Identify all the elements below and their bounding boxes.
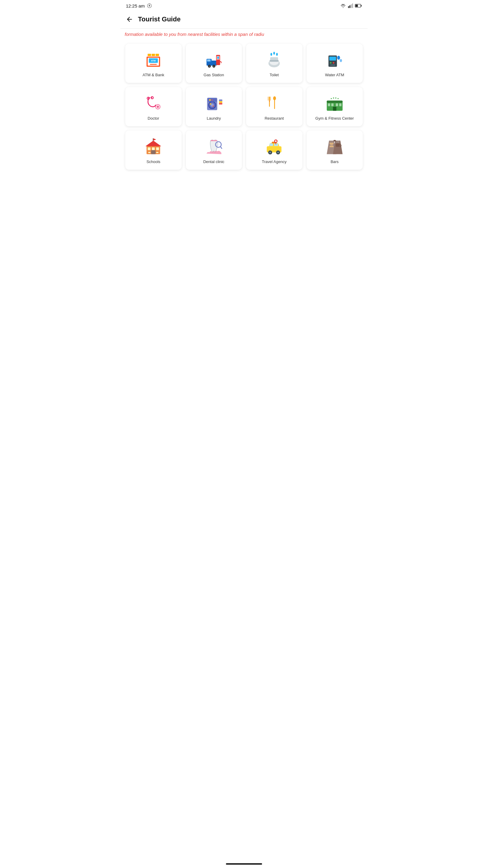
svg-rect-110: [336, 143, 340, 147]
svg-point-76: [331, 98, 332, 99]
svg-point-38: [330, 62, 332, 64]
travel-agency-label: Travel Agency: [262, 159, 287, 164]
card-gas-station[interactable]: Gas Station: [186, 44, 242, 83]
svg-rect-72: [336, 103, 338, 106]
card-water-atm[interactable]: Water ATM: [307, 44, 363, 83]
svg-marker-83: [153, 138, 156, 141]
svg-rect-20: [207, 59, 210, 61]
toilet-label: Toilet: [270, 73, 279, 78]
bottom-bar: [121, 860, 367, 868]
toilet-icon: [264, 50, 284, 70]
svg-rect-106: [333, 140, 336, 141]
card-atm-bank[interactable]: ATM ATM & Bank: [125, 44, 182, 83]
svg-rect-40: [330, 64, 335, 66]
svg-point-56: [209, 99, 211, 101]
dental-clinic-icon: [204, 137, 224, 156]
svg-point-66: [273, 96, 276, 100]
bars-icon: [325, 137, 344, 156]
atm-bank-icon: ATM: [144, 50, 163, 70]
dental-clinic-label: Dental clinic: [203, 159, 224, 164]
card-bars[interactable]: Bars: [307, 130, 363, 170]
facility-grid: ATM ATM & Bank: [121, 39, 367, 176]
svg-rect-63: [270, 96, 270, 100]
doctor-icon: [144, 94, 163, 113]
svg-rect-16: [152, 54, 155, 56]
bars-label: Bars: [330, 159, 338, 164]
svg-rect-5: [351, 4, 352, 8]
svg-point-42: [340, 59, 342, 62]
travel-agency-icon: [264, 137, 284, 156]
svg-rect-58: [219, 103, 222, 104]
gas-station-icon: [204, 50, 224, 70]
svg-rect-15: [148, 54, 151, 56]
svg-rect-89: [156, 152, 159, 153]
svg-rect-14: [150, 64, 157, 65]
svg-rect-37: [329, 56, 336, 60]
svg-rect-73: [339, 103, 341, 106]
svg-text:GYM: GYM: [332, 98, 337, 100]
svg-rect-85: [152, 147, 155, 150]
card-travel-agency[interactable]: Travel Agency: [246, 130, 302, 170]
svg-rect-32: [270, 60, 279, 62]
gym-label: Gym & Fitness Center: [315, 116, 354, 121]
svg-rect-59: [219, 101, 222, 103]
info-banner: formation available to you from nearest …: [121, 29, 367, 39]
info-text: formation available to you from nearest …: [125, 32, 264, 37]
wifi-icon: [340, 3, 346, 8]
water-atm-label: Water ATM: [325, 73, 344, 78]
svg-rect-24: [217, 59, 219, 60]
svg-rect-74: [333, 107, 336, 111]
autopilot-icon: [147, 3, 152, 8]
restaurant-label: Restaurant: [264, 116, 284, 121]
page-title: Tourist Guide: [138, 16, 181, 23]
gym-icon: GYM: [325, 94, 344, 113]
svg-point-41: [337, 56, 340, 59]
svg-rect-4: [350, 5, 350, 8]
svg-rect-8: [361, 5, 362, 6]
svg-rect-87: [151, 150, 156, 154]
svg-rect-71: [331, 103, 334, 106]
svg-rect-9: [355, 4, 358, 7]
svg-line-92: [220, 147, 222, 149]
svg-point-102: [275, 140, 277, 142]
card-dental-clinic[interactable]: Dental clinic: [186, 130, 242, 170]
svg-rect-88: [148, 152, 151, 153]
card-laundry[interactable]: Laundry: [186, 87, 242, 126]
back-button[interactable]: [124, 14, 135, 25]
card-gym[interactable]: GYM Gym & Fitness Center: [307, 87, 363, 126]
svg-point-28: [213, 65, 215, 67]
home-indicator: [226, 863, 262, 865]
svg-point-39: [332, 62, 334, 64]
svg-point-44: [157, 105, 159, 108]
svg-point-79: [337, 98, 338, 99]
gas-station-label: Gas Station: [204, 73, 224, 78]
card-restaurant[interactable]: Restaurant: [246, 87, 302, 126]
laundry-label: Laundry: [207, 116, 221, 121]
svg-rect-70: [328, 103, 330, 106]
restaurant-icon: [264, 94, 284, 113]
svg-rect-65: [274, 100, 275, 109]
svg-point-78: [335, 97, 336, 98]
card-toilet[interactable]: Toilet: [246, 44, 302, 83]
status-bar: 12:25 am: [121, 0, 367, 10]
svg-point-33: [270, 53, 272, 56]
svg-rect-3: [348, 6, 349, 8]
svg-rect-60: [219, 99, 222, 101]
svg-rect-86: [156, 147, 159, 150]
header: Tourist Guide: [121, 10, 367, 29]
doctor-label: Doctor: [148, 116, 159, 121]
status-time: 12:25 am: [126, 3, 152, 8]
card-doctor[interactable]: Doctor: [125, 87, 182, 126]
card-schools[interactable]: Schools: [125, 130, 182, 170]
svg-text:ATM: ATM: [151, 59, 156, 62]
svg-point-34: [273, 52, 275, 54]
svg-rect-94: [270, 143, 273, 146]
svg-point-53: [210, 103, 212, 105]
svg-point-100: [278, 151, 279, 153]
laundry-icon: [204, 94, 224, 113]
svg-rect-17: [156, 54, 159, 56]
svg-rect-84: [148, 147, 151, 150]
svg-rect-108: [330, 144, 333, 145]
water-atm-icon: [325, 50, 344, 70]
svg-rect-62: [268, 96, 269, 100]
